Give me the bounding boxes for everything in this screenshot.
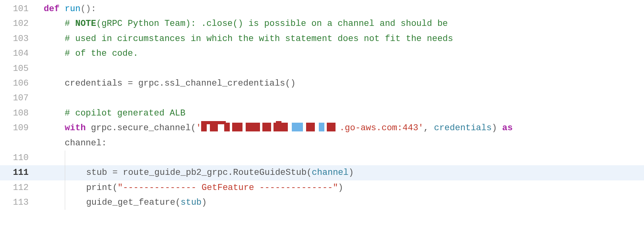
code-token: .go-aws.com:443'	[339, 123, 423, 133]
code-content[interactable]: # used in circumstances in which the wit…	[34, 31, 644, 46]
code-token: channel	[312, 168, 348, 178]
code-line[interactable]: 102 # NOTE(gRPC Python Team): .close() i…	[0, 16, 644, 31]
code-token: # copilot generated ALB	[65, 108, 186, 118]
code-line[interactable]: 107	[0, 91, 644, 106]
line-number: 102	[0, 16, 32, 31]
code-token: with	[65, 123, 86, 133]
code-token: '	[196, 123, 201, 133]
code-token: # of the code.	[65, 49, 138, 59]
line-number: 104	[0, 46, 32, 61]
code-content[interactable]: # copilot generated ALB	[34, 106, 644, 121]
code-line[interactable]: 105	[0, 61, 644, 76]
code-token: NOTE	[75, 19, 96, 29]
code-token: stub	[180, 198, 202, 208]
code-line[interactable]: 109 with grpc.secure_channel('.go-aws.co…	[0, 121, 644, 135]
code-content[interactable]: channel:	[34, 136, 644, 151]
code-editor[interactable]: 101def run():102 # NOTE(gRPC Python Team…	[0, 2, 644, 210]
code-token: "-------------- GetFeature -------------…	[118, 183, 338, 193]
indent-guide	[65, 165, 86, 180]
code-content[interactable]: stub = route_guide_pb2_grpc.RouteGuideSt…	[34, 165, 644, 180]
line-number: 108	[0, 106, 32, 121]
code-line[interactable]: 112 print("-------------- GetFeature ---…	[0, 180, 644, 195]
code-token: #	[65, 19, 75, 29]
code-token: )	[338, 183, 343, 193]
code-content[interactable]: print("-------------- GetFeature -------…	[34, 180, 644, 195]
line-number: 110	[0, 151, 32, 165]
code-line[interactable]: 104 # of the code.	[0, 46, 644, 61]
code-token: credentials	[434, 123, 492, 133]
indent-guide	[65, 180, 86, 195]
code-token: channel:	[65, 138, 107, 148]
code-content[interactable]	[34, 151, 644, 165]
code-token	[60, 4, 65, 14]
line-number: 112	[0, 180, 32, 195]
line-number: 106	[0, 76, 32, 91]
code-content[interactable]: with grpc.secure_channel('.go-aws.com:44…	[34, 121, 644, 135]
line-number: 101	[0, 2, 32, 16]
code-line[interactable]: 108 # copilot generated ALB	[0, 106, 644, 121]
line-number: 107	[0, 91, 32, 106]
line-number: 113	[0, 195, 32, 210]
line-number: 103	[0, 31, 32, 46]
code-token: ():	[80, 4, 96, 14]
line-number: 109	[0, 121, 32, 135]
code-token: )	[202, 198, 207, 208]
code-token: as	[502, 123, 512, 133]
code-content[interactable]: # NOTE(gRPC Python Team): .close() is po…	[34, 16, 644, 31]
code-token	[86, 123, 91, 133]
code-content[interactable]: credentials = grpc.ssl_channel_credentia…	[34, 76, 644, 91]
code-line[interactable]: 110	[0, 151, 644, 165]
code-line[interactable]: 111 stub = route_guide_pb2_grpc.RouteGui…	[0, 165, 644, 180]
indent-guide	[65, 195, 86, 210]
code-token: grpc.secure_channel(	[91, 123, 196, 133]
line-number: 105	[0, 61, 32, 76]
code-token: ,	[423, 123, 434, 133]
code-token: print(	[86, 183, 118, 193]
code-token: def	[44, 4, 60, 14]
code-line[interactable]: channel:	[0, 136, 644, 151]
code-content[interactable]: # of the code.	[34, 46, 644, 61]
code-token: # used in circumstances in which the wit…	[65, 34, 453, 44]
code-line[interactable]: 113 guide_get_feature(stub)	[0, 195, 644, 210]
code-token: run	[65, 4, 81, 14]
code-token: )	[349, 168, 354, 178]
code-token: stub = route_guide_pb2_grpc.RouteGuideSt…	[86, 168, 312, 178]
code-content[interactable]: guide_get_feature(stub)	[34, 195, 644, 210]
code-token: credentials = grpc.ssl_channel_credentia…	[65, 78, 296, 88]
code-token: guide_get_feature(	[86, 198, 181, 208]
redacted-hostname	[201, 123, 339, 131]
code-token: (gRPC Python Team): .close() is possible…	[96, 19, 448, 29]
line-number: 111	[0, 165, 32, 180]
code-content[interactable]: def run():	[34, 2, 644, 16]
code-token: )	[492, 123, 502, 133]
code-line[interactable]: 106 credentials = grpc.ssl_channel_crede…	[0, 76, 644, 91]
indent-guide	[65, 151, 70, 165]
code-line[interactable]: 101def run():	[0, 2, 644, 16]
code-line[interactable]: 103 # used in circumstances in which the…	[0, 31, 644, 46]
